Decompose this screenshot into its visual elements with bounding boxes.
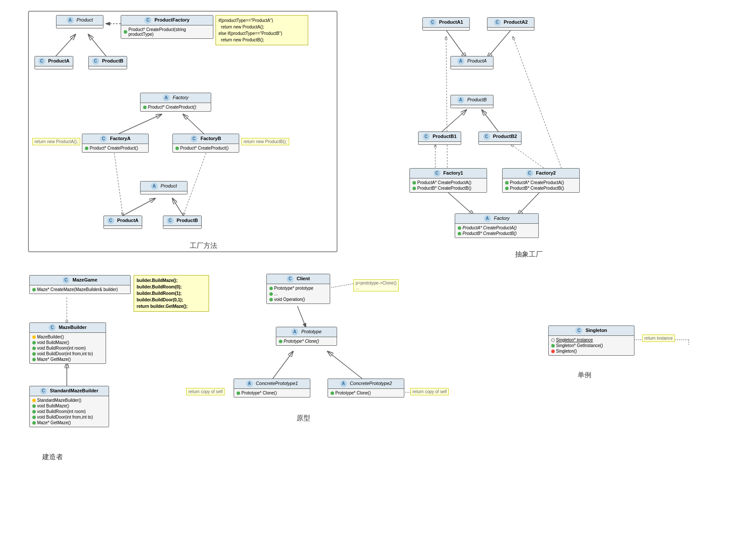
maze-builder: C MazeBuilder MazeBuilder() void BuildMa… [29, 322, 106, 364]
method-createproduct: Product* CreateProduct(string productTyp… [124, 27, 210, 37]
product-b-bottom: C ProductB [163, 216, 202, 229]
product-factory-header: C ProductFactory [121, 16, 213, 25]
svg-line-18 [446, 37, 447, 177]
product-abs-bot-header: A Product [141, 181, 187, 191]
abstract-factory1: C Factory1 ProductA* CreateProductA() Pr… [409, 168, 487, 193]
stereotype-c-pb: C [92, 58, 99, 65]
standard-maze-builder: C StandardMazeBuilder StandardMazeBuilde… [29, 386, 109, 427]
singleton-title: 单例 [578, 371, 591, 380]
svg-line-26 [272, 351, 293, 380]
abstract-factory-abs: A Factory ProductA* CreateProductA() Pro… [455, 213, 539, 238]
svg-line-13 [487, 30, 511, 58]
svg-line-24 [297, 306, 306, 328]
factory-a-header: C FactoryA [82, 134, 148, 144]
abstract-product-a2: C ProductA2 [487, 17, 534, 31]
product-abstract-bottom: A Product [140, 181, 187, 194]
factory-code-note: if(productType=="ProductA") return new P… [216, 15, 308, 45]
svg-line-25 [329, 284, 353, 288]
product-a-top-header: C ProductA [35, 56, 73, 66]
builder-title: 建造者 [42, 453, 63, 462]
maze-game: C MazeGame Maze* CreateMaze(MazeBuilder&… [29, 275, 131, 294]
abstract-product-b2: C ProductB2 [478, 131, 522, 145]
stereotype-c: C [144, 17, 151, 24]
factory-b: C FactoryB Product* CreateProduct() [172, 134, 239, 153]
factory-abstract: A Factory Product* CreateProduct() [140, 93, 211, 112]
product-b-top-header: C ProductB [89, 56, 127, 66]
return-producta-label: return new ProductA(); [32, 138, 80, 145]
svg-line-14 [440, 110, 466, 134]
svg-line-27 [328, 351, 364, 380]
builder-code-note: builder.BuildMaze(); builder.BuildRoom(0… [134, 275, 209, 312]
svg-line-15 [482, 110, 500, 134]
product-factory-name: ProductFactory [154, 17, 189, 22]
factory-a: C FactoryA Product* CreateProduct() [82, 134, 149, 153]
return-copy-self-2: return copy of self [410, 388, 449, 395]
product-abstract-top: A Product [56, 15, 103, 28]
product-a-top: C ProductA [34, 56, 73, 69]
singleton-class: C Singleton Singleton* instance Singleto… [548, 325, 634, 356]
abstract-product-a: A ProductA [450, 56, 494, 69]
svg-line-20 [513, 37, 565, 177]
stereotype-c-pa: C [38, 58, 45, 65]
stereotype-a: A [67, 17, 74, 24]
abstract-product-a1: C ProductA1 [422, 17, 470, 31]
clone-call-label: p=prototype->Clone()... [353, 279, 399, 291]
abstract-product-b1: C ProductB1 [418, 131, 461, 145]
factory-method-title: 工厂方法 [190, 241, 217, 250]
return-copy-self-1: return copy of self [186, 388, 225, 395]
factory-abstract-header: A Factory [141, 93, 211, 103]
concrete-proto1: A ConcretePrototype1 Prototype* Clone() [234, 379, 310, 397]
product-abstract-top-header: A Product [56, 16, 103, 25]
return-productb-label: return new ProductB(); [241, 138, 289, 145]
product-a-bottom: C ProductA [103, 216, 142, 229]
svg-line-12 [446, 30, 466, 58]
abstract-factory-title: 抽象工厂 [515, 250, 543, 259]
svg-line-17 [517, 192, 540, 216]
product-abstract-top-body [56, 25, 103, 28]
prototype-title: 原型 [297, 414, 310, 423]
abstract-product-b: A ProductB [450, 95, 494, 108]
concrete-proto2: A ConcretePrototype2 Prototype* Clone() [328, 379, 404, 397]
product-b-top: C ProductB [88, 56, 127, 69]
proto-client: C Client Prototype* prototype ... void O… [266, 274, 330, 304]
factory-b-header: C FactoryB [173, 134, 239, 144]
dot-green [124, 30, 127, 34]
diagram-area: C ProductFactory Product* CreateProduct(… [0, 0, 756, 557]
product-factory-class: C ProductFactory Product* CreateProduct(… [121, 15, 213, 39]
return-instance-label: return instance [642, 335, 675, 342]
proto-prototype: A Prototype Prototype* Clone() [276, 327, 337, 346]
stereotype-a-f: A [163, 94, 170, 101]
svg-line-16 [447, 192, 474, 216]
product-factory-body: Product* CreateProduct(string productTyp… [121, 25, 213, 38]
abstract-factory2: C Factory2 ProductA* CreateProductA() Pr… [502, 168, 580, 193]
